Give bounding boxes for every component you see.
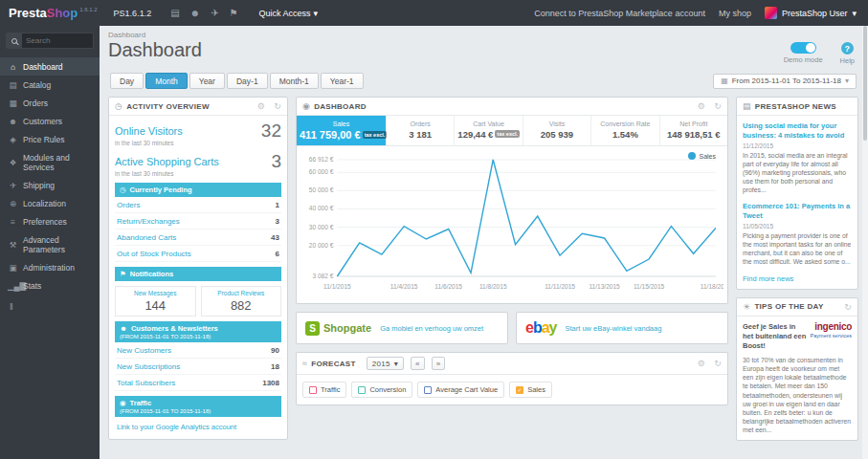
help-icon[interactable]: ? — [841, 42, 854, 55]
forecast-next-button[interactable]: » — [432, 357, 446, 370]
orders-link[interactable]: Orders — [117, 201, 140, 209]
truck-icon: ✈ — [8, 181, 18, 190]
abandoned-carts-link[interactable]: Abandoned Carts — [117, 233, 176, 242]
gear-icon[interactable]: ⚙ — [698, 101, 705, 111]
find-more-news-link[interactable]: Find more news — [743, 274, 852, 283]
my-shop-link[interactable]: My shop — [719, 9, 751, 18]
kpi-conversion-rate[interactable]: Conversion Rate 1.54% — [591, 116, 659, 145]
tab-year-1[interactable]: Year-1 — [321, 73, 364, 89]
flag-icon[interactable]: ⚑ — [230, 8, 238, 18]
online-visitors-stat: Online Visitors in the last 30 minutes 3… — [115, 121, 281, 146]
scrollbar-thumb[interactable] — [863, 26, 867, 141]
shopgate-link[interactable]: Ga mobiel en verhoog uw omzet — [380, 324, 483, 333]
page-scrollbar[interactable] — [862, 26, 868, 459]
active-carts-value: 3 — [271, 152, 281, 170]
sidebar-item-localization[interactable]: ⊕Localization — [0, 194, 100, 212]
tab-month-1[interactable]: Month-1 — [270, 73, 319, 89]
forecast-toggle-traffic[interactable]: Traffic — [302, 382, 346, 398]
kpi-sales[interactable]: Sales 411 759,00 €tax excl. — [297, 116, 387, 145]
shipping-icon[interactable]: ✈ — [211, 8, 218, 18]
sidebar-item-stats[interactable]: ▁▄▇Stats — [0, 276, 100, 295]
chart-legend[interactable]: Sales — [688, 152, 716, 160]
conversion-checkbox[interactable] — [358, 386, 366, 394]
news-article: Ecommerce 101: Payments in a Tweet 11/05… — [743, 202, 852, 266]
forecast-prev-button[interactable]: « — [411, 357, 425, 370]
tax-badge: tax excl. — [495, 130, 520, 138]
news-article-title[interactable]: Using social media for your business: 4 … — [743, 121, 852, 141]
active-carts-link[interactable]: Active Shopping Carts — [115, 156, 219, 167]
sidebar-item-price-rules[interactable]: ◈Price Rules — [0, 130, 100, 148]
ebay-banner[interactable]: ebay Start uw eBay-winkel vandaag — [516, 312, 728, 344]
prestashop-logo[interactable]: PrestaShop 1.6.1.2 — [0, 6, 106, 20]
demo-mode-toggle[interactable] — [790, 42, 816, 54]
globe-icon: ⊕ — [8, 199, 18, 208]
online-visitors-link[interactable]: Online Visitors — [115, 125, 183, 137]
sidebar-item-orders[interactable]: ▦Orders — [0, 94, 100, 112]
svg-text:40 000 €: 40 000 € — [309, 205, 334, 211]
new-customers-link[interactable]: New Customers — [117, 346, 171, 355]
row-total-subscribers: Total Subscribers1308 — [115, 375, 281, 391]
tab-month[interactable]: Month — [145, 73, 188, 89]
refresh-icon[interactable]: ↻ — [844, 302, 852, 312]
news-article-title[interactable]: Ecommerce 101: Payments in a Tweet — [743, 202, 852, 221]
new-subscriptions-link[interactable]: New Subscriptions — [117, 362, 180, 371]
forecast-year-select[interactable]: 2015 ▾ — [367, 357, 404, 370]
new-messages-box[interactable]: New Messages 144 — [115, 286, 196, 317]
refresh-icon[interactable]: ↻ — [274, 101, 281, 111]
topbar-quick-icons: ▤ ☻ ✈ ⚑ — [159, 8, 249, 18]
sidebar-item-preferences[interactable]: ≡Preferences — [0, 212, 100, 230]
cart-icon[interactable]: ▤ — [170, 8, 179, 18]
search-icon[interactable] — [6, 33, 22, 49]
kpi-cart-value[interactable]: Cart Value 129,44 €tax excl. — [455, 116, 523, 145]
tip-heading: Geef je Sales in het buitenland een Boos… — [743, 322, 807, 351]
sales-checkbox[interactable]: ✓ — [516, 386, 523, 394]
kpi-net-profit[interactable]: Net Profit 148 918,51 € — [660, 116, 727, 145]
product-reviews-box[interactable]: Product Reviews 882 — [201, 286, 282, 317]
date-range-value: From 2015-11-01 To 2015-11-18 — [732, 76, 841, 85]
sidebar-item-modules[interactable]: ❖Modules and Services — [0, 148, 100, 176]
tab-day-1[interactable]: Day-1 — [227, 73, 268, 89]
search-input[interactable] — [22, 33, 94, 49]
out-of-stock-link[interactable]: Out of Stock Products — [117, 250, 191, 258]
refresh-icon[interactable]: ↻ — [714, 359, 722, 368]
sidebar-collapse-handle[interactable]: ‖ — [0, 295, 100, 319]
bell-icon: ⚑ — [120, 270, 126, 278]
tab-day[interactable]: Day — [110, 73, 144, 89]
sales-chart: 66 912 €60 000 €50 000 €40 000 €30 000 €… — [299, 152, 723, 297]
gear-icon[interactable]: ⚙ — [698, 359, 705, 368]
total-subscribers-link[interactable]: Total Subscribers — [117, 379, 175, 387]
kpi-visits[interactable]: Visits 205 939 — [523, 116, 591, 145]
legend-label: Sales — [699, 153, 716, 160]
customer-icon[interactable]: ☻ — [190, 8, 201, 18]
sidebar-item-shipping[interactable]: ✈Shipping — [0, 176, 100, 194]
active-carts-stat: Active Shopping Carts in the last 30 min… — [115, 152, 281, 177]
kpi-orders[interactable]: Orders 3 181 — [387, 116, 455, 145]
date-range-picker[interactable]: ▦ From 2015-11-01 To 2015-11-18 ▾ — [713, 74, 857, 89]
google-analytics-link[interactable]: Link to your Google Analytics account — [115, 417, 281, 433]
ebay-link[interactable]: Start uw eBay-winkel vandaag — [566, 324, 662, 333]
user-menu[interactable]: PrestaShop User ▾ — [765, 7, 857, 19]
shopgate-banner[interactable]: S Shopgate Ga mobiel en verhoog uw omzet — [296, 312, 508, 344]
pending-row-orders: Orders1 — [115, 197, 281, 213]
average-cart-value-checkbox[interactable] — [424, 386, 432, 394]
sidebar-item-administration[interactable]: ▣Administration — [0, 258, 100, 276]
sidebar-item-customers[interactable]: ☻Customers — [0, 112, 100, 130]
sidebar-item-advanced-parameters[interactable]: ⚒Advanced Parameters — [0, 230, 100, 258]
refresh-icon[interactable]: ↻ — [714, 101, 722, 111]
sidebar-item-catalog[interactable]: ▤Catalog — [0, 76, 100, 94]
forecast-toggle-average-cart-value[interactable]: Average Cart Value — [417, 382, 504, 398]
sidebar-item-dashboard[interactable]: ⌂Dashboard — [0, 57, 100, 76]
tip-body: 30 tot 70% van de consumenten in Europa … — [743, 356, 852, 435]
returns-link[interactable]: Return/Exchanges — [117, 217, 180, 226]
forecast-panel: ≈ FORECAST 2015 ▾ « » ⚙ ↻ Traffic — [296, 352, 728, 405]
gear-icon[interactable]: ⚙ — [257, 101, 265, 111]
quick-access-menu[interactable]: Quick Access ▾ — [249, 9, 327, 18]
svg-text:66 912 €: 66 912 € — [309, 156, 334, 163]
forecast-toggle-sales[interactable]: ✓ Sales — [509, 382, 552, 398]
forecast-toggle-conversion[interactable]: Conversion — [351, 382, 412, 398]
page-header: Dashboard Demo mode ? Help — [108, 39, 858, 65]
tab-year[interactable]: Year — [189, 73, 225, 89]
traffic-checkbox[interactable] — [309, 386, 317, 394]
marketplace-link[interactable]: Connect to PrestaShop Marketplace accoun… — [534, 9, 705, 18]
clock-icon: ◷ — [115, 101, 122, 111]
